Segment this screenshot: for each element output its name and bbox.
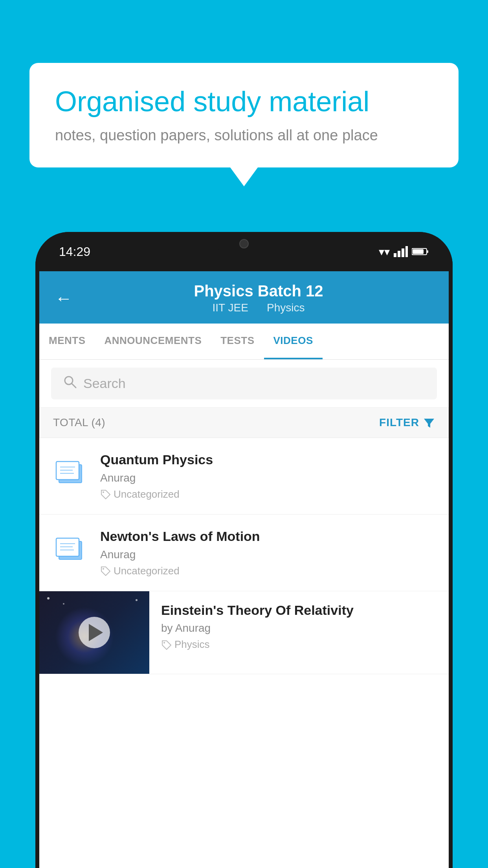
notch [216,232,272,256]
item-author: by Anurag [161,622,437,634]
item-tag: Uncategorized [100,488,435,500]
item-tag: Uncategorized [100,565,435,577]
app-header: ← Physics Batch 12 IIT JEE Physics [39,271,449,324]
filter-label: FILTER [379,416,419,429]
clock: 14:29 [59,245,90,259]
tab-videos[interactable]: VIDEOS [264,324,323,359]
item-details: Einstein's Theory Of Relativity by Anura… [149,591,449,662]
svg-rect-0 [394,253,396,257]
item-details: Quantum Physics Anurag Uncategorized [100,452,435,500]
folder-icon [53,530,88,570]
search-container: Search [39,360,449,408]
bubble-title: Organised study material [55,85,433,118]
subtitle-part2: Physics [267,302,305,314]
item-author: Anurag [100,548,435,561]
item-title: Newton's Laws of Motion [100,528,435,544]
filter-bar: TOTAL (4) FILTER [39,408,449,438]
item-title: Einstein's Theory Of Relativity [161,602,437,618]
item-tag: Physics [161,638,437,651]
svg-point-15 [103,491,104,493]
phone-frame: 14:29 ▾▾ ← Phy [35,232,453,868]
list-item[interactable]: Newton's Laws of Motion Anurag Uncategor… [39,515,449,591]
svg-rect-5 [427,250,428,253]
play-button[interactable] [79,617,110,648]
search-icon [63,375,77,392]
item-details: Newton's Laws of Motion Anurag Uncategor… [100,528,435,577]
item-title: Quantum Physics [100,452,435,468]
subtitle-part1: IIT JEE [213,302,248,314]
header-center: Physics Batch 12 IIT JEE Physics [84,282,433,314]
status-bar: 14:29 ▾▾ [35,232,453,271]
wifi-icon: ▾▾ [379,245,390,258]
speech-bubble: Organised study material notes, question… [29,63,459,167]
svg-rect-6 [413,249,424,254]
battery-icon [412,247,429,256]
svg-marker-9 [424,419,434,428]
filter-icon [423,417,435,428]
list-item[interactable]: Quantum Physics Anurag Uncategorized [39,438,449,515]
tab-tests[interactable]: TESTS [211,324,264,359]
signal-icon [394,246,408,257]
total-count: TOTAL (4) [53,416,105,429]
batch-subtitle: IIT JEE Physics [84,302,433,314]
item-author: Anurag [100,472,435,484]
video-thumbnail[interactable] [39,591,149,674]
tab-bar: MENTS ANNOUNCEMENTS TESTS VIDEOS [39,324,449,360]
tab-ments[interactable]: MENTS [39,324,95,359]
camera [239,239,249,248]
phone-screen: ← Physics Batch 12 IIT JEE Physics MENTS… [39,271,449,868]
status-icons: ▾▾ [379,245,429,258]
tag-icon [100,566,110,576]
filter-button[interactable]: FILTER [379,416,435,429]
svg-rect-1 [398,251,400,257]
svg-rect-3 [405,246,408,257]
search-input[interactable]: Search [83,376,126,391]
bubble-subtitle: notes, question papers, solutions all at… [55,127,433,144]
svg-point-21 [103,568,104,570]
svg-point-22 [163,642,165,644]
tag-icon [100,489,110,499]
list-item[interactable]: Einstein's Theory Of Relativity by Anura… [39,591,449,674]
back-button[interactable]: ← [55,289,72,308]
play-icon [89,624,103,641]
svg-rect-2 [402,248,404,257]
video-list: Quantum Physics Anurag Uncategorized [39,438,449,674]
tag-icon [161,640,171,650]
folder-icon [53,454,88,493]
svg-line-8 [72,384,76,388]
search-bar[interactable]: Search [51,368,437,399]
batch-title: Physics Batch 12 [84,282,433,300]
tab-announcements[interactable]: ANNOUNCEMENTS [95,324,211,359]
